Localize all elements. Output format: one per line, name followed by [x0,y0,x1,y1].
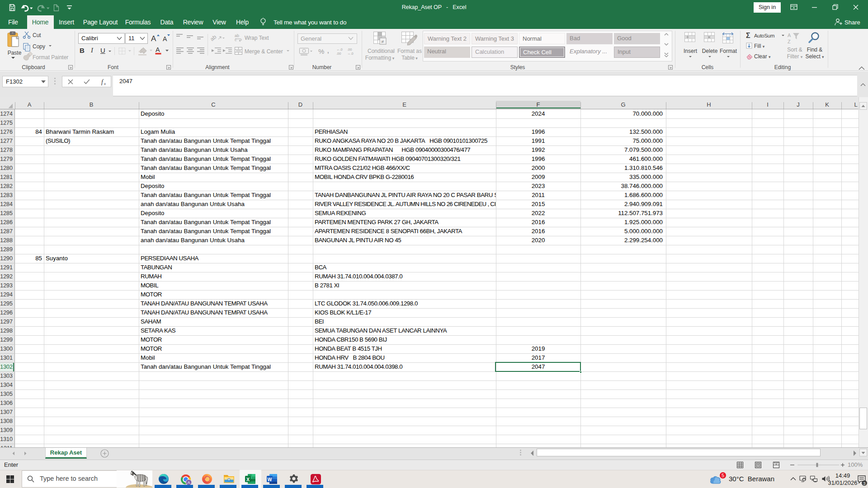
svg-text:3: 3 [863,481,865,486]
svg-text:c: c [235,38,237,42]
svg-text:.00: .00 [347,47,352,52]
svg-text:≠: ≠ [381,39,384,44]
svg-text:A: A [156,46,160,53]
svg-text:W: W [268,477,272,482]
svg-text:Z: Z [788,39,791,44]
svg-text:A: A [151,34,156,43]
svg-text:X: X [246,477,250,482]
svg-text:,: , [327,47,329,54]
svg-text:←.0: ←.0 [336,47,343,52]
svg-text:→.0: →.0 [347,52,354,56]
svg-text:A: A [788,33,791,38]
svg-text:.00: .00 [336,52,341,56]
svg-text:5: 5 [722,473,724,478]
svg-text:A: A [187,480,190,485]
svg-text:x: x [104,81,106,86]
svg-text:A: A [163,35,167,42]
svg-text:%: % [318,47,324,55]
